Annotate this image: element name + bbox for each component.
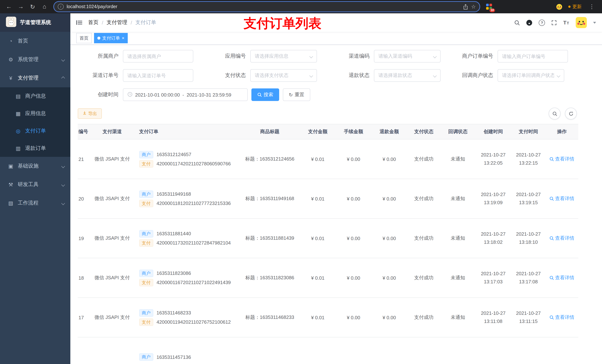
app-logo-row[interactable]: 芋道管理系统 — [0, 13, 70, 32]
toggle-search-button[interactable] — [549, 108, 560, 119]
merchant-badge: 商户 — [139, 270, 153, 277]
view-detail-link[interactable]: 查看详情 — [549, 195, 574, 202]
pay-status-select[interactable]: 请选择支付状态 — [250, 69, 317, 82]
sidebar-item-devtools[interactable]: ⚒ 研发工具 — [0, 175, 70, 194]
cell-channel: 微信 JSAPI 支付 — [89, 298, 135, 337]
app-title: 芋道管理系统 — [20, 19, 51, 26]
fullscreen-icon[interactable] — [551, 20, 557, 25]
refresh-table-button[interactable] — [565, 108, 577, 119]
export-button[interactable]: 导出 — [78, 108, 102, 119]
table-row: 商户1635311457136 — [78, 337, 578, 364]
back-icon[interactable]: ← — [4, 1, 14, 12]
sidebar-item-refund-order[interactable]: ▥ 退款订单 — [0, 139, 70, 157]
cell-pay-time: 2021-10-27 13:17:08 — [511, 258, 546, 298]
view-detail-link[interactable]: 查看详情 — [549, 274, 574, 281]
extension-grid-icon[interactable]: 10 — [486, 3, 492, 10]
font-size-icon[interactable]: TT — [563, 20, 570, 26]
cell-title: 标题：1635311823086 — [239, 258, 300, 298]
share-icon[interactable] — [463, 4, 468, 10]
user-dropdown-caret-icon[interactable] — [593, 22, 596, 23]
cell-create-time: 2021-10-27 13:17:03 — [475, 258, 511, 298]
filter-label: 所属商户 — [78, 53, 123, 60]
table-row: 18 微信 JSAPI 支付 商户1635311823086 支付4200001… — [78, 258, 578, 298]
filter-label: 渠道编码 — [329, 53, 374, 60]
view-detail-link[interactable]: 查看详情 — [549, 235, 574, 241]
merchant-order-no: 1635311881440 — [157, 231, 191, 236]
view-detail-link[interactable]: 查看详情 — [549, 314, 574, 321]
screen: ← → ↻ ⌂ i localhost:1024/pay/order ☆ 10 — [0, 0, 602, 364]
sidebar-toggle-icon[interactable] — [76, 20, 82, 26]
channel-order-no-input[interactable] — [123, 69, 193, 82]
sidebar-item-workflow[interactable]: ▧ 工作流程 — [0, 194, 70, 212]
cell-amount: ¥ 0.01 — [300, 258, 336, 298]
sidebar-item-system[interactable]: ⚙ 系统管理 — [0, 50, 70, 69]
github-icon[interactable] — [526, 20, 533, 26]
filter-pay-status: 支付状态 请选择支付状态 — [205, 69, 317, 82]
download-icon — [83, 111, 87, 116]
browser-menu-kebab-icon[interactable]: ⋮ — [588, 3, 596, 10]
extension-gray-icon[interactable] — [516, 3, 522, 10]
sidebar-item-label: 基础设施 — [18, 163, 39, 169]
merchant-input[interactable] — [123, 50, 193, 62]
home-icon[interactable]: ⌂ — [39, 1, 50, 12]
browser-toolbar: ← → ↻ ⌂ i localhost:1024/pay/order ☆ 10 — [0, 0, 602, 13]
cell-channel: 微信 JSAPI 支付 — [89, 139, 135, 179]
refund-status-select[interactable]: 请选择退款状态 — [374, 69, 441, 82]
sidebar-item-home[interactable]: ◔ 首页 — [0, 32, 70, 50]
forward-icon[interactable]: → — [16, 1, 26, 12]
create-time-range-picker[interactable]: 2021-10-01 00:00:00 - 2021-10-31 23:59:5… — [123, 88, 248, 101]
col-pay-time: 支付时间 — [511, 124, 546, 139]
filter-merchant: 所属商户 — [78, 50, 193, 62]
breadcrumb-home[interactable]: 首页 — [88, 19, 98, 26]
view-detail-link[interactable]: 查看详情 — [549, 156, 574, 162]
bookmark-star-icon[interactable]: ☆ — [471, 4, 476, 10]
site-info-icon[interactable]: i — [58, 4, 64, 10]
table-header-row: 编号 支付渠道 支付订单 商品标题 支付金额 手续金额 退款金额 支付状态 回调… — [78, 124, 578, 139]
reset-button[interactable]: ↻ 重置 — [283, 88, 310, 101]
sidebar-item-infra[interactable]: ▣ 基础设施 — [0, 157, 70, 175]
profile-avatar[interactable] — [556, 3, 562, 10]
cell-refund: ¥ 0.00 — [371, 258, 407, 298]
help-icon[interactable]: ? — [539, 20, 545, 26]
update-button[interactable]: 更新 — [566, 3, 584, 10]
search-button[interactable]: 搜索 — [251, 88, 279, 101]
sidebar-item-merchant-info[interactable]: ▤ 商户信息 — [0, 87, 70, 105]
cell-action: 查看详情 — [546, 298, 578, 337]
channel-code-select[interactable]: 请输入渠道编码 — [374, 50, 441, 62]
cell-order: 商户1635311881440 支付4200001173202110272847… — [136, 218, 240, 258]
extension-green-circle-icon[interactable] — [526, 3, 532, 10]
sidebar-item-label: 支付管理 — [18, 75, 39, 81]
extension-dark-icon[interactable] — [506, 3, 512, 10]
sidebar-item-app-info[interactable]: ▦ 应用信息 — [0, 105, 70, 122]
cell-channel: 微信 JSAPI 支付 — [89, 218, 135, 258]
cell-fee: ¥ 0.00 — [336, 298, 371, 337]
cell-id: 19 — [78, 218, 89, 258]
cell-title: 标题：1635311881439 — [239, 218, 300, 258]
breadcrumb-separator: / — [131, 20, 132, 26]
search-icon[interactable] — [515, 20, 520, 25]
cell-channel — [89, 337, 135, 364]
filter-app: 应用编号 请选择应用信息 — [205, 50, 317, 62]
close-icon[interactable]: × — [122, 36, 124, 40]
table-row: 21 微信 JSAPI 支付 商户1635312124657 支付4200001… — [78, 139, 578, 179]
extension-green-square-icon[interactable] — [536, 3, 542, 10]
tag-pay-order[interactable]: 支付订单 × — [94, 33, 128, 43]
merchant-order-no-input[interactable] — [498, 50, 568, 62]
cell-fee: ¥ 0.00 — [336, 179, 371, 218]
notify-status-select[interactable]: 请选择订单回调商户状态 — [498, 69, 564, 82]
table-row: 17 微信 JSAPI 支付 商户1635311468233 支付4200001… — [78, 298, 578, 337]
tag-home[interactable]: 首页 — [76, 33, 92, 43]
cell-amount: ¥ 0.01 — [300, 179, 336, 218]
sidebar-item-payment[interactable]: ¥ 支付管理 — [0, 69, 70, 87]
user-avatar[interactable] — [576, 17, 587, 28]
address-bar[interactable]: i localhost:1024/pay/order ☆ — [53, 1, 480, 12]
cell-status: 支付成功 — [407, 258, 441, 298]
workflow-icon: ▧ — [7, 200, 14, 206]
breadcrumb-payment[interactable]: 支付管理 — [107, 19, 127, 26]
reload-icon[interactable]: ↻ — [27, 1, 38, 12]
pay-badge: 支付 — [139, 239, 153, 247]
app-select[interactable]: 请选择应用信息 — [250, 50, 317, 62]
extension-drop-icon[interactable] — [496, 3, 502, 10]
sidebar-item-pay-order[interactable]: ◎ 支付订单 — [0, 122, 70, 139]
extension-pin-icon[interactable] — [546, 3, 552, 10]
